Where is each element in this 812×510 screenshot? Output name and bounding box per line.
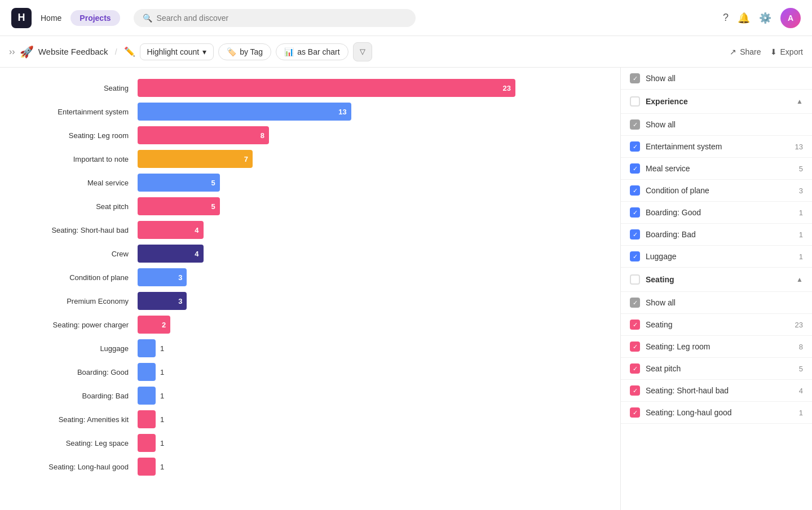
checkbox-section-show-all[interactable]: ✓ — [630, 119, 640, 130]
bar — [138, 387, 156, 405]
bar: 3 — [138, 292, 187, 310]
item-checkbox[interactable]: ✓ — [630, 207, 640, 218]
item-label: Meal service — [646, 164, 793, 173]
bar — [138, 363, 156, 381]
checkbox-show-all[interactable]: ✓ — [630, 73, 640, 83]
bar-container: 13 — [138, 103, 607, 121]
bar: 5 — [138, 197, 220, 215]
filter-button[interactable]: ▽ — [353, 42, 372, 61]
item-checkbox[interactable]: ✓ — [630, 320, 640, 330]
item-checkbox[interactable]: ✓ — [630, 141, 640, 152]
sidebar-item[interactable]: ✓Seating: Long-haul good1 — [621, 402, 812, 424]
metric-icon: ✏️ — [124, 46, 135, 57]
sidebar-item[interactable]: ✓Seating: Short-haul bad4 — [621, 380, 812, 402]
bar-value: 1 — [160, 344, 164, 353]
sidebar-item[interactable]: ✓Meal service5 — [621, 158, 812, 180]
nav-projects[interactable]: Projects — [70, 10, 120, 26]
bar-container: 23 — [138, 79, 607, 97]
section-name: Seating — [646, 275, 791, 284]
chart-label: Important to note — [14, 155, 138, 163]
breadcrumb-label: Website Feedback — [38, 47, 108, 56]
sidebar-section-header: Experience▲ — [621, 90, 812, 114]
sidebar-item[interactable]: ✓Seating23 — [621, 314, 812, 336]
bar-container: 5 — [138, 174, 607, 192]
avatar[interactable]: A — [780, 8, 801, 28]
bar-container: 1 — [138, 458, 607, 476]
logo[interactable]: H — [11, 8, 32, 28]
item-checkbox[interactable]: ✓ — [630, 407, 640, 418]
top-nav: H Home Projects 🔍 ? 🔔 ⚙️ A — [0, 0, 812, 36]
sidebar: ✓Show allExperience▲✓Show all✓Entertainm… — [620, 68, 812, 510]
chart-row: Seating23 — [14, 79, 607, 97]
item-checkbox[interactable]: ✓ — [630, 363, 640, 374]
item-checkbox[interactable]: ✓ — [630, 251, 640, 261]
chart-label: Seat pitch — [14, 202, 138, 211]
bar-container: 1 — [138, 339, 607, 357]
breadcrumb-expand-icon[interactable]: ›› — [9, 47, 15, 57]
chart-row: Boarding: Good1 — [14, 363, 607, 381]
sidebar-item[interactable]: ✓Luggage1 — [621, 246, 812, 268]
item-checkbox[interactable]: ✓ — [630, 342, 640, 352]
sidebar-item[interactable]: ✓Condition of plane3 — [621, 180, 812, 202]
section-chevron-icon[interactable]: ▲ — [796, 276, 803, 283]
metric-button[interactable]: Highlight count ▾ — [140, 43, 214, 60]
section-show-all[interactable]: ✓Show all — [621, 114, 812, 136]
bar-value: 1 — [160, 463, 164, 471]
bar-value: 1 — [160, 439, 164, 447]
bar-container: 2 — [138, 316, 607, 334]
tag-icon: 🏷️ — [227, 47, 236, 56]
search-bar[interactable]: 🔍 — [134, 9, 416, 27]
chart-label: Boarding: Good — [14, 368, 138, 376]
nav-right: ? 🔔 ⚙️ A — [723, 8, 801, 28]
sidebar-show-all-top[interactable]: ✓Show all — [621, 68, 812, 90]
item-count: 1 — [799, 252, 803, 261]
breadcrumb-separator: / — [115, 47, 117, 56]
bar-value: 1 — [160, 368, 164, 376]
section-checkbox[interactable] — [630, 96, 640, 107]
sidebar-item[interactable]: ✓Entertainment system13 — [621, 136, 812, 158]
help-icon[interactable]: ? — [723, 12, 729, 24]
sidebar-item[interactable]: ✓Seating: Leg room8 — [621, 336, 812, 358]
chart-row: Boarding: Bad1 — [14, 387, 607, 405]
section-checkbox[interactable] — [630, 274, 640, 285]
bar: 4 — [138, 245, 204, 263]
nav-home[interactable]: Home — [41, 14, 61, 23]
share-button[interactable]: ↗ Share — [730, 47, 761, 56]
sidebar-item[interactable]: ✓Boarding: Good1 — [621, 202, 812, 224]
chart-label: Seating: power charger — [14, 321, 138, 329]
bar — [138, 458, 156, 476]
item-label: Seating: Leg room — [646, 342, 793, 351]
bar-value: 1 — [160, 392, 164, 400]
section-chevron-icon[interactable]: ▲ — [796, 97, 803, 105]
item-checkbox[interactable]: ✓ — [630, 385, 640, 396]
item-count: 23 — [795, 321, 803, 329]
bar-container: 1 — [138, 363, 607, 381]
settings-icon[interactable]: ⚙️ — [759, 12, 771, 24]
checkbox-section-show-all[interactable]: ✓ — [630, 298, 640, 308]
item-count: 5 — [799, 365, 803, 373]
export-button[interactable]: ⬇ Export — [770, 47, 803, 56]
bar: 23 — [138, 79, 515, 97]
sidebar-item[interactable]: ✓Seat pitch5 — [621, 358, 812, 380]
chart-row: Meal service5 — [14, 174, 607, 192]
item-checkbox[interactable]: ✓ — [630, 185, 640, 196]
as-bar-chart-button[interactable]: 📊 as Bar chart — [276, 43, 348, 60]
chart-label: Condition of plane — [14, 273, 138, 282]
metric-label: Highlight count — [147, 47, 200, 56]
search-input[interactable] — [157, 14, 407, 23]
bar: 13 — [138, 103, 351, 121]
bar: 5 — [138, 174, 220, 192]
item-count: 13 — [795, 143, 803, 151]
item-count: 1 — [799, 230, 803, 239]
bar — [138, 434, 156, 452]
chart-label: Crew — [14, 250, 138, 258]
notification-icon[interactable]: 🔔 — [738, 12, 750, 24]
toolbar: ›› 🚀 Website Feedback / ✏️ Highlight cou… — [0, 36, 812, 68]
sidebar-item[interactable]: ✓Boarding: Bad1 — [621, 224, 812, 246]
section-show-all[interactable]: ✓Show all — [621, 292, 812, 314]
item-checkbox[interactable]: ✓ — [630, 229, 640, 240]
bar-container: 3 — [138, 268, 607, 286]
chart-row: Luggage1 — [14, 339, 607, 357]
item-checkbox[interactable]: ✓ — [630, 163, 640, 174]
by-tag-button[interactable]: 🏷️ by Tag — [218, 43, 271, 60]
